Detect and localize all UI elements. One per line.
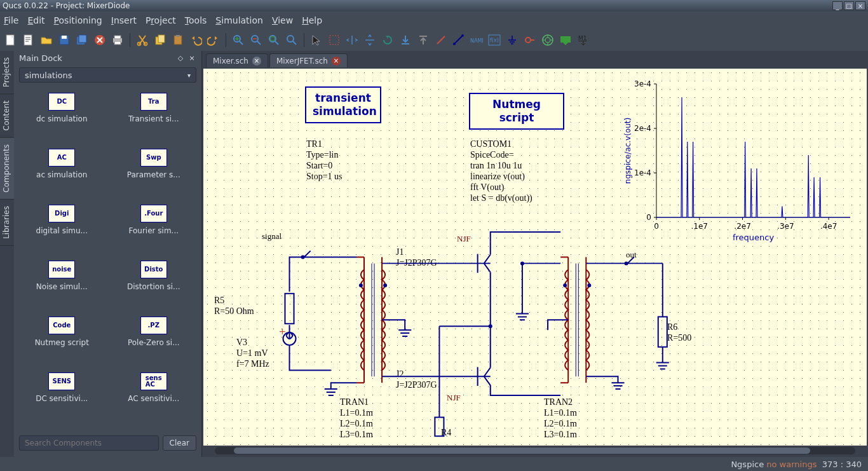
schematic-canvas[interactable]: transient simulation TR1 Type=lin Start=… bbox=[203, 69, 867, 446]
palette-item[interactable]: CodeNutmeg script bbox=[17, 313, 107, 367]
menu-tools[interactable]: Tools bbox=[185, 15, 207, 25]
port-icon[interactable] bbox=[523, 33, 537, 47]
menu-positioning[interactable]: Positioning bbox=[54, 15, 102, 25]
palette-item[interactable]: ACac simulation bbox=[17, 145, 107, 200]
palette-item-icon: noise bbox=[48, 261, 75, 278]
svg-point-42 bbox=[587, 283, 591, 287]
palette-item[interactable]: .PZPole-Zero si... bbox=[109, 313, 200, 367]
category-dropdown[interactable]: simulations ▾ bbox=[19, 67, 196, 83]
ground-icon[interactable] bbox=[505, 33, 519, 47]
palette-item[interactable]: noiseNoise simul... bbox=[17, 257, 107, 311]
svg-text:f(x): f(x) bbox=[490, 38, 499, 43]
menu-file[interactable]: File bbox=[4, 15, 18, 25]
redo-icon[interactable] bbox=[207, 33, 220, 47]
palette-item-icon: AC bbox=[48, 149, 75, 167]
palette-item[interactable]: sens ACAC sensitivi... bbox=[109, 369, 200, 423]
clear-search-button[interactable]: Clear bbox=[163, 435, 196, 451]
palette-item[interactable]: SENSDC sensitivi... bbox=[17, 369, 107, 423]
into-hierarchy-icon[interactable] bbox=[398, 33, 412, 47]
menu-view[interactable]: View bbox=[272, 15, 293, 25]
svg-rect-39 bbox=[435, 418, 444, 437]
menu-edit[interactable]: Edit bbox=[27, 15, 44, 25]
cursor-icon[interactable] bbox=[309, 33, 323, 47]
horizontal-scrollbar[interactable] bbox=[203, 446, 867, 456]
svg-point-23 bbox=[461, 34, 464, 37]
document-tabs: Mixer.sch × MixerJFET.sch × bbox=[202, 51, 868, 67]
app-title: Qucs 0.0.22 - Project: MixerDiode bbox=[3, 1, 130, 10]
svg-text:.2e7: .2e7 bbox=[734, 222, 750, 231]
select-box-icon[interactable] bbox=[327, 33, 341, 47]
sidetab-components[interactable]: Components bbox=[0, 138, 14, 200]
palette-item[interactable]: Digidigital simu... bbox=[17, 201, 107, 256]
save-all-icon[interactable] bbox=[75, 33, 89, 47]
print-icon[interactable] bbox=[111, 33, 125, 47]
mirror-v-icon[interactable] bbox=[363, 33, 377, 47]
status-warnings: no warnings bbox=[766, 460, 817, 469]
svg-point-27 bbox=[526, 38, 531, 43]
palette-item[interactable]: DistoDistortion si... bbox=[109, 257, 200, 311]
status-engine: Ngspice bbox=[731, 460, 764, 469]
cut-icon[interactable] bbox=[135, 33, 149, 47]
close-tab-icon[interactable]: × bbox=[332, 57, 341, 65]
undo-icon[interactable] bbox=[189, 33, 203, 47]
wire-label-icon[interactable]: NAME bbox=[470, 33, 484, 47]
show-last-msg-icon[interactable] bbox=[559, 33, 573, 47]
palette-item-label: Transient si... bbox=[128, 114, 179, 123]
new-text-icon[interactable] bbox=[22, 33, 36, 47]
zoom-reset-icon[interactable] bbox=[285, 33, 299, 47]
dock-close-icon[interactable]: × bbox=[187, 53, 196, 62]
close-window-button[interactable]: × bbox=[855, 1, 865, 10]
svg-text:2e-4: 2e-4 bbox=[634, 124, 651, 133]
insert-equation-icon[interactable]: f(x) bbox=[487, 33, 501, 47]
palette-item-icon: Swp bbox=[140, 149, 167, 167]
zoom-out-icon[interactable] bbox=[249, 33, 263, 47]
set-marker-icon[interactable]: M1 bbox=[576, 33, 590, 47]
menu-simulation[interactable]: Simulation bbox=[215, 15, 263, 25]
menu-help[interactable]: Help bbox=[302, 15, 322, 25]
palette-item[interactable]: SwpParameter s... bbox=[109, 145, 200, 200]
svg-point-37 bbox=[383, 283, 387, 287]
menu-insert[interactable]: Insert bbox=[111, 15, 137, 25]
out-hierarchy-icon[interactable] bbox=[416, 33, 430, 47]
dock-title-label: Main Dock bbox=[19, 53, 62, 63]
rotate-icon[interactable] bbox=[381, 33, 395, 47]
simulate-icon[interactable] bbox=[541, 33, 555, 47]
svg-text:M1: M1 bbox=[578, 35, 587, 41]
palette-item-icon: Digi bbox=[48, 205, 75, 222]
mirror-h-icon[interactable] bbox=[345, 33, 359, 47]
fft-chart: 01e-42e-43e-40.1e7.2e7.3e7.4e7frequencyn… bbox=[621, 78, 857, 243]
status-coords: 373 : 340 bbox=[822, 460, 862, 469]
svg-point-40 bbox=[520, 261, 524, 265]
palette-item[interactable]: DCdc simulation bbox=[17, 89, 107, 144]
wire-icon[interactable] bbox=[452, 33, 466, 47]
sidetab-projects[interactable]: Projects bbox=[0, 51, 14, 94]
save-icon[interactable] bbox=[57, 33, 71, 47]
palette-item[interactable]: TraTransient si... bbox=[109, 89, 200, 144]
svg-text:1e-4: 1e-4 bbox=[634, 168, 651, 177]
deactivate-icon[interactable] bbox=[434, 33, 448, 47]
palette-item-icon: .Four bbox=[140, 205, 167, 222]
paste-icon[interactable] bbox=[171, 33, 185, 47]
menu-project[interactable]: Project bbox=[146, 15, 176, 25]
palette-item-icon: Disto bbox=[140, 261, 167, 278]
copy-icon[interactable] bbox=[153, 33, 167, 47]
side-tabbar: Projects Content Components Libraries bbox=[0, 51, 14, 457]
close-file-icon[interactable] bbox=[93, 33, 107, 47]
svg-point-38 bbox=[489, 324, 492, 328]
minimize-button[interactable]: _ bbox=[832, 1, 843, 10]
search-components-input[interactable] bbox=[19, 435, 159, 451]
open-icon[interactable] bbox=[39, 33, 53, 47]
svg-rect-13 bbox=[158, 35, 165, 43]
svg-text:0: 0 bbox=[654, 222, 659, 231]
new-file-icon[interactable] bbox=[4, 33, 18, 47]
tab-mixerjfet[interactable]: MixerJFET.sch × bbox=[269, 53, 348, 67]
close-tab-icon[interactable]: × bbox=[252, 57, 261, 65]
zoom-fit-icon[interactable] bbox=[267, 33, 281, 47]
palette-item[interactable]: .FourFourier sim... bbox=[109, 201, 200, 256]
dock-float-icon[interactable]: ◇ bbox=[176, 53, 185, 62]
tab-mixer[interactable]: Mixer.sch × bbox=[206, 53, 268, 67]
sidetab-content[interactable]: Content bbox=[0, 94, 14, 138]
zoom-in-icon[interactable] bbox=[231, 33, 245, 47]
maximize-button[interactable]: □ bbox=[844, 1, 854, 10]
sidetab-libraries[interactable]: Libraries bbox=[0, 200, 14, 246]
